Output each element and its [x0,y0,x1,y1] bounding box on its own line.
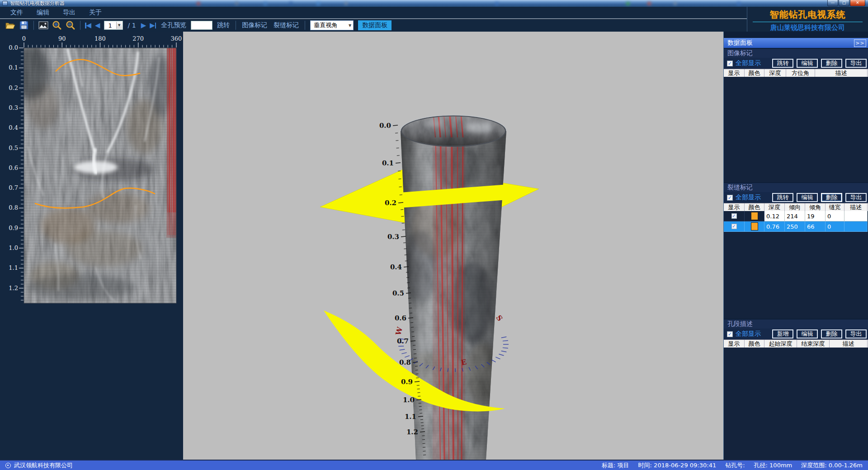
nav-last-icon[interactable]: ▶ [150,22,156,29]
borehole-3d-scene[interactable]: WES0.00.10.20.30.40.50.60.70.80.91.01.11… [183,32,723,460]
menu-item-2[interactable]: 导出 [56,9,82,17]
nav-first-icon[interactable]: ◀ [85,22,91,29]
section-title: 图像标记 [724,49,868,58]
toolbar: ◀ ◀ 1 ▼ / 1 ▶ ▶ 全孔预览 跳转 图像标记 裂缝标记 垂直视角 ▼… [0,19,868,32]
svg-text:270: 270 [132,35,144,42]
brand-panel: 智能钻孔电视系统 唐山莱锐思科技有限公司 [747,7,868,32]
row-color-swatch[interactable] [751,222,758,230]
row-cell: 0 [826,211,844,221]
save-icon[interactable] [18,20,30,31]
nav-next-icon[interactable]: ▶ [141,22,146,29]
status-fields: 标题: 项目时间: 2018-06-29 09:30:41钻孔号: 孔径: 10… [593,461,863,470]
table-row[interactable]: ✓0.76250660 [724,221,868,232]
unwrapped-borehole-image[interactable]: 0901802703600.00.10.20.30.40.50.60.70.80… [0,32,183,460]
brand-title: 智能钻孔电视系统 [747,9,868,21]
open-folder-icon[interactable] [5,20,16,31]
section-button-新增[interactable]: 新增 [772,329,793,338]
section-button-导出[interactable]: 导出 [845,193,867,202]
app-icon [2,1,8,6]
page-select[interactable]: 1 ▼ [104,21,123,30]
section-button-删除[interactable]: 删除 [821,329,842,338]
data-panel-toggle-button[interactable]: 数据面板 [358,20,392,30]
column-header: 描述 [830,340,868,348]
table-header: 显示颜色起始深度结束深度描述 [724,339,868,348]
table-empty-area [724,232,868,319]
image-mark-button[interactable]: 图像标记 [242,21,267,29]
section-button-导出[interactable]: 导出 [845,329,867,338]
borehole-unwrapped-texture [14,45,177,303]
svg-text:0.7: 0.7 [9,184,18,191]
status-field: 时间: 2018-06-29 09:30:41 [638,461,717,470]
svg-text:1.2: 1.2 [9,285,18,291]
menu-item-3[interactable]: 关于 [82,9,108,17]
row-show-checkbox[interactable]: ✓ [731,213,737,219]
svg-text:0.4: 0.4 [390,263,402,271]
svg-text:1.0: 1.0 [9,244,18,251]
compass-letter: S [494,314,504,323]
row-color-swatch[interactable] [751,212,758,220]
svg-text:0.9: 0.9 [9,225,18,231]
section-button-编辑[interactable]: 编辑 [797,59,818,68]
status-field: 孔径: 100mm [754,461,793,470]
window-controls: — ▢ ✕ [827,0,865,6]
column-header: 方位角 [786,69,815,77]
data-panel: 数据面板 >> 图像标记✓全部显示跳转编辑删除导出显示颜色深度方位角描述裂缝标记… [723,32,868,460]
crack-mark-button[interactable]: 裂缝标记 [274,21,299,29]
zoom-in-icon[interactable] [51,20,63,31]
status-field: 钻孔号: [725,461,745,470]
section-button-跳转[interactable]: 跳转 [772,59,793,68]
jump-button[interactable]: 跳转 [217,21,230,29]
column-header: 颜色 [745,340,764,348]
svg-text:1.1: 1.1 [405,413,416,421]
data-panel-header: 数据面板 >> [724,38,868,48]
column-header: 倾角 [805,203,826,211]
maximize-button[interactable]: ▢ [839,0,849,6]
title-bar[interactable]: 智能钻孔电视数据分析器 — ▢ ✕ [0,0,868,7]
unwrapped-borehole-panel[interactable]: 0901802703600.00.10.20.30.40.50.60.70.80… [0,32,183,460]
view-mode-select[interactable]: 垂直视角 ▼ [310,20,354,30]
collapse-panel-button[interactable]: >> [854,39,866,47]
svg-text:0: 0 [22,35,26,42]
minimize-button[interactable]: — [827,0,838,6]
row-show-checkbox[interactable]: ✓ [731,224,737,229]
svg-text:0.0: 0.0 [379,122,391,130]
svg-text:180: 180 [94,35,106,42]
copyright-icon [5,463,11,468]
chevron-down-icon[interactable]: ▼ [116,22,122,29]
table-row[interactable]: ✓0.12214190 [724,211,868,221]
svg-text:0.0: 0.0 [9,44,18,51]
close-button[interactable]: ✕ [850,0,865,6]
section-button-导出[interactable]: 导出 [845,59,867,68]
brand-underline [753,22,863,22]
section-button-编辑[interactable]: 编辑 [797,193,818,202]
column-header: 结束深度 [797,340,830,348]
full-preview-label: 全孔预览 [161,21,186,29]
svg-text:0.1: 0.1 [382,159,394,167]
row-cell [844,211,868,221]
table-header: 显示颜色深度倾向倾角缝宽描述 [724,203,868,211]
svg-text:1.2: 1.2 [406,428,418,436]
nav-prev-icon[interactable]: ◀ [95,22,100,29]
column-header: 颜色 [745,69,764,77]
row-cell: 66 [805,221,826,232]
zoom-out-icon[interactable] [65,20,76,31]
borehole-3d-view[interactable]: WES0.00.10.20.30.40.50.60.70.80.91.01.11… [183,32,723,460]
show-all-checkbox[interactable]: ✓ [727,195,733,201]
toolbar-separator [80,21,80,30]
status-company: 武汉领航科技有限公司 [14,461,73,470]
row-cell: 0.12 [764,211,785,221]
section-button-删除[interactable]: 删除 [821,193,842,202]
svg-text:0.5: 0.5 [9,145,18,151]
section-button-编辑[interactable]: 编辑 [797,329,818,338]
menu-item-1[interactable]: 编辑 [30,9,56,17]
menu-item-0[interactable]: 文件 [4,9,30,17]
section-button-删除[interactable]: 删除 [821,59,842,68]
show-all-checkbox[interactable]: ✓ [727,331,733,337]
image-preview-icon[interactable] [38,20,49,31]
jump-input[interactable] [191,21,212,30]
section-button-跳转[interactable]: 跳转 [772,193,793,202]
show-all-checkbox[interactable]: ✓ [727,61,733,66]
svg-text:0.8: 0.8 [399,358,411,367]
column-header: 显示 [724,340,745,348]
borehole-opening [401,115,506,147]
